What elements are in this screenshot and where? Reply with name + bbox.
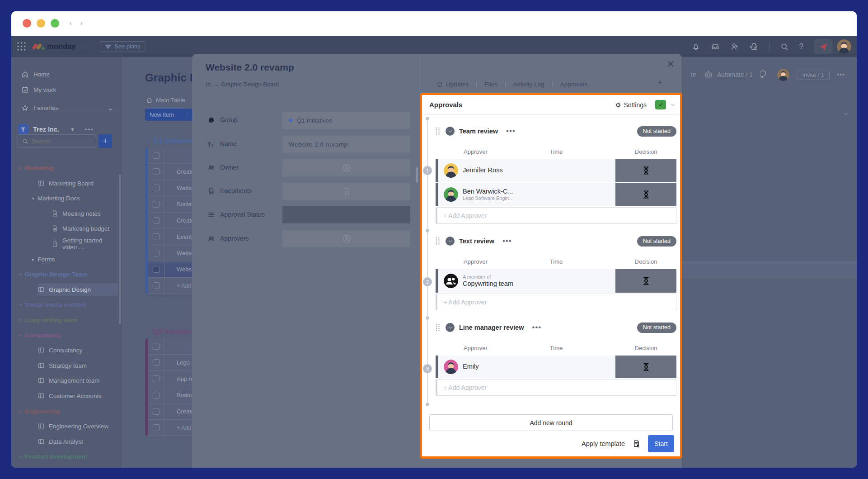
board-more-icon[interactable]: ••• xyxy=(837,71,845,78)
round-menu-icon[interactable]: ••• xyxy=(506,127,516,136)
row-checkbox[interactable] xyxy=(148,229,165,245)
add-new-round-button[interactable]: Add new round xyxy=(429,414,673,431)
new-item-button[interactable]: New item ▼ xyxy=(145,109,198,121)
sidebar-item-data-analyst[interactable]: Data Analyst xyxy=(38,435,118,448)
breadcrumb[interactable]: in → Graphic Design Board xyxy=(206,81,279,88)
row-checkbox[interactable] xyxy=(148,245,165,261)
decision-cell[interactable] xyxy=(615,159,676,182)
field-value[interactable]: Website 2.0 revamp xyxy=(282,136,410,153)
group-title[interactable]: Q1 Initiatives xyxy=(153,137,198,145)
section-arrow-icon[interactable]: ▾ xyxy=(19,454,25,459)
sidebar-item-marketing[interactable]: ▾Marketing xyxy=(19,161,118,174)
row-checkbox[interactable] xyxy=(148,213,165,228)
decision-cell[interactable] xyxy=(615,356,676,378)
approval-status-checkbox[interactable] xyxy=(655,100,666,109)
sidebar-item-management-team[interactable]: Management team xyxy=(38,374,118,387)
see-plans-button[interactable]: See plans xyxy=(100,41,145,52)
add-board-button[interactable]: + xyxy=(99,134,112,148)
whats-new-button[interactable] xyxy=(814,39,833,54)
add-approver-input[interactable]: + Add Approver xyxy=(436,207,676,224)
folder-arrow-icon[interactable]: ▸ xyxy=(32,257,38,262)
section-arrow-icon[interactable]: ▾ xyxy=(19,318,25,322)
drag-handle-icon[interactable] xyxy=(436,237,440,245)
apps-marketplace-icon[interactable] xyxy=(750,42,759,51)
field-value[interactable] xyxy=(282,206,410,223)
sidebar-item-getting-started-video[interactable]: Getting started video … xyxy=(51,237,118,250)
select-all-checkbox[interactable] xyxy=(148,338,165,354)
select-all-checkbox[interactable] xyxy=(148,147,165,163)
section-arrow-icon[interactable]: ▾ xyxy=(19,409,25,414)
row-checkbox[interactable] xyxy=(148,355,165,370)
round-name[interactable]: Text review xyxy=(459,237,494,245)
field-value[interactable] xyxy=(282,159,410,176)
monday-logo[interactable]: monday.com xyxy=(33,42,92,51)
round-collapse-button[interactable] xyxy=(446,237,455,246)
sidebar-item-product-development[interactable]: ▾Product development xyxy=(19,450,118,463)
field-value[interactable]: Q1 Initiatives xyxy=(282,112,410,129)
modal-scrollbar[interactable] xyxy=(416,167,418,183)
close-icon[interactable]: ✕ xyxy=(665,58,676,70)
chevron-down-icon[interactable]: ⌄ xyxy=(108,104,113,112)
round-collapse-button[interactable] xyxy=(446,127,455,136)
forward-icon[interactable]: › xyxy=(80,18,83,28)
approver-row[interactable]: A member of Copywriting team xyxy=(436,269,676,293)
sidebar-item-strategy-team[interactable]: Strategy team xyxy=(38,359,118,372)
zoom-window-button[interactable] xyxy=(51,19,59,28)
sidebar-item-graphic-design-team[interactable]: ▾Graphic Design Team xyxy=(19,268,118,280)
round-collapse-button[interactable] xyxy=(446,323,455,332)
apply-template-button[interactable]: Apply template xyxy=(582,440,625,447)
field-value[interactable] xyxy=(282,230,410,247)
decision-cell[interactable] xyxy=(615,269,676,293)
tab-activity-log[interactable]: Activity Log xyxy=(506,81,552,88)
close-window-button[interactable] xyxy=(23,19,31,28)
tab-approvals[interactable]: Approvals xyxy=(553,81,595,88)
approver-row[interactable]: Emily xyxy=(436,356,676,378)
section-arrow-icon[interactable]: ▾ xyxy=(19,333,25,338)
decision-cell[interactable] xyxy=(615,183,676,206)
sidebar-item-consultancy[interactable]: Consultancy xyxy=(38,344,118,356)
robot-icon[interactable] xyxy=(704,70,713,80)
round-menu-icon[interactable]: ••• xyxy=(502,237,512,246)
row-checkbox[interactable] xyxy=(148,196,165,212)
sidebar-item-my-work[interactable]: My work xyxy=(21,83,119,96)
section-arrow-icon[interactable]: ▾ xyxy=(19,272,25,277)
sidebar-item-it[interactable]: IT xyxy=(38,465,118,468)
help-icon[interactable]: ? xyxy=(799,42,803,51)
chevron-down-icon[interactable]: ▼ xyxy=(70,127,75,132)
row-checkbox[interactable] xyxy=(148,403,165,419)
tab-files[interactable]: Files xyxy=(477,81,505,88)
tab-updates[interactable]: Updates xyxy=(429,81,476,88)
collapse-chevron-icon[interactable] xyxy=(842,110,849,118)
template-icon[interactable] xyxy=(632,440,641,448)
minimize-window-button[interactable] xyxy=(37,19,45,28)
approver-row[interactable]: Jennifer Ross xyxy=(436,159,676,182)
chevron-down-icon[interactable] xyxy=(670,102,676,108)
row-checkbox[interactable] xyxy=(148,261,165,277)
section-arrow-icon[interactable]: ▾ xyxy=(19,166,25,171)
round-name[interactable]: Line manager review xyxy=(459,324,524,331)
sidebar-item-consultancy[interactable]: ▾Consultancy xyxy=(19,329,118,341)
sidebar-item-marketing-docs[interactable]: ▾Marketing Docs xyxy=(32,192,118,204)
group-collapse-icon[interactable]: ⌄ xyxy=(145,329,149,335)
search-input[interactable] xyxy=(32,138,81,145)
row-checkbox[interactable] xyxy=(148,387,165,403)
sidebar-item-social-media-content[interactable]: ▾Social media content xyxy=(19,298,118,311)
approver-row[interactable]: Ben Warwick-C… Lead Software Engin… xyxy=(436,183,676,206)
folder-arrow-icon[interactable]: ▾ xyxy=(32,196,38,201)
round-name[interactable]: Team review xyxy=(459,128,498,135)
settings-button[interactable]: ⚙ Settings xyxy=(615,101,647,109)
sidebar-item-marketing-board[interactable]: Marketing Board xyxy=(38,177,118,190)
sidebar-item-favorites[interactable]: Favorites⌄ xyxy=(21,101,119,114)
drag-handle-icon[interactable] xyxy=(436,324,440,331)
row-checkbox[interactable] xyxy=(148,164,165,180)
sidebar-item-engineering-overview[interactable]: Engineering Overview xyxy=(38,420,118,432)
integrate-label-partial[interactable]: te xyxy=(691,71,696,78)
apps-grid-icon[interactable] xyxy=(17,42,26,51)
add-approver-input[interactable]: + Add Approver xyxy=(436,294,676,310)
invite-button[interactable]: Invite / 1 xyxy=(797,70,830,80)
breadcrumb-board-link[interactable]: Graphic Design Board xyxy=(221,81,279,88)
inbox-icon[interactable] xyxy=(711,42,720,51)
sidebar-item-copy-writing-team[interactable]: ▾Copy writing team xyxy=(19,313,118,326)
row-checkbox[interactable] xyxy=(148,180,165,196)
row-checkbox[interactable] xyxy=(148,371,165,387)
